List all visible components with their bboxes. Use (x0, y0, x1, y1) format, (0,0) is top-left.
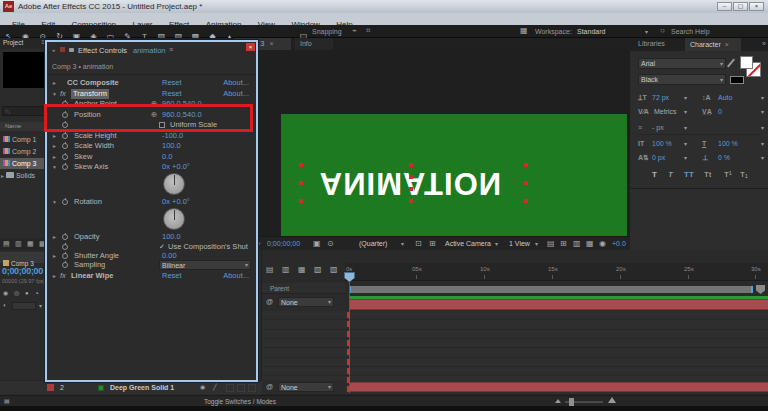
stroke-style-caret-icon[interactable]: ▾ (761, 124, 764, 131)
parent-select-layer1[interactable]: None▾ (278, 297, 334, 307)
expand-arrow-icon[interactable]: ► (52, 78, 57, 88)
caret-icon[interactable]: ▾ (684, 108, 687, 115)
transparency-grid-icon[interactable]: ⊞ (429, 240, 436, 248)
more-panels-icon[interactable]: » (762, 40, 766, 47)
roi-icon[interactable]: ⊡ (415, 240, 422, 248)
reset-link[interactable]: Reset (162, 78, 182, 88)
work-area-bar[interactable] (349, 286, 753, 293)
selection-handle[interactable] (299, 199, 303, 203)
snap-option-icon[interactable]: ⌁ (352, 27, 357, 35)
selection-handle[interactable] (409, 199, 413, 203)
property-row-skew-axis[interactable]: ▼ Skew Axis 0x +0.0° (47, 162, 256, 172)
reset-link[interactable]: Reset (162, 89, 182, 99)
all-caps-button-active[interactable]: TT (684, 170, 694, 179)
workspace-caret-icon[interactable]: ▾ (645, 28, 648, 35)
font-family-select[interactable]: Arial▾ (638, 58, 726, 69)
selection-handle[interactable] (524, 199, 528, 203)
lock-icon[interactable]: ▪ (36, 290, 38, 296)
tsume-value[interactable]: 0 % (718, 154, 730, 161)
project-item-solids[interactable]: ►Solids (0, 170, 47, 181)
selection-handle[interactable] (524, 163, 528, 167)
motion-blur-icon[interactable]: ▨ (330, 266, 338, 274)
project-item-comp2[interactable]: Comp 2 (0, 146, 47, 157)
skew-axis-dial[interactable] (163, 173, 185, 195)
caret-icon[interactable]: ▾ (761, 94, 764, 101)
effect-row-cc-composite[interactable]: ► CC Composite Reset About... (47, 78, 256, 88)
viewer-timecode[interactable]: 0;00;00;00 (267, 240, 300, 247)
superscript-button[interactable]: T¹ (724, 170, 732, 179)
about-link[interactable]: About... (223, 271, 249, 281)
font-size-value[interactable]: 72 px (652, 94, 669, 101)
stopwatch-icon[interactable] (62, 143, 68, 149)
caret-icon[interactable]: ▾ (684, 140, 687, 147)
tab-libraries[interactable]: Libraries (638, 40, 665, 47)
time-ruler[interactable]: 0s 05s 10s 15s 20s 25s 30s (345, 263, 768, 281)
switch-box[interactable] (248, 384, 256, 392)
new-folder-icon[interactable]: ▥ (15, 240, 22, 247)
caret-icon[interactable]: ▾ (761, 154, 764, 161)
project-name-header[interactable]: Name (5, 123, 21, 129)
frame-blend-icon[interactable]: ▧ (314, 266, 322, 274)
switch-box[interactable] (237, 384, 245, 392)
tab-character[interactable]: Character × (685, 38, 741, 51)
expand-layers-icon[interactable]: ▤ (4, 398, 10, 404)
project-item-comp3-selected[interactable]: Comp 3 (0, 158, 47, 169)
collapse-arrow-icon[interactable]: ▼ (52, 89, 57, 99)
small-caps-button[interactable]: Tt (704, 170, 711, 179)
timeline-timecode[interactable]: 0;00;00;00 (2, 266, 43, 276)
hide-shy-icon[interactable]: ▦ (298, 266, 306, 274)
search-help[interactable]: Search Help (671, 28, 710, 35)
parent-select-layer2[interactable]: None▾ (278, 382, 334, 392)
interpret-footage-icon[interactable]: ▤ (3, 240, 10, 247)
faux-bold-button[interactable]: T (652, 170, 657, 179)
property-row-rotation[interactable]: ▼ Rotation 0x +0.0° (47, 197, 256, 207)
property-row-scale-height[interactable]: ► Scale Height -100.0 (47, 131, 256, 141)
view-layout-select[interactable]: 1 View (509, 240, 530, 247)
anchor-point-handle[interactable] (409, 187, 413, 191)
tracking-value[interactable]: 0 (718, 108, 722, 115)
exposure-reset-icon[interactable]: ◉ (599, 240, 606, 248)
stopwatch-icon[interactable] (62, 154, 68, 160)
eyedropper-icon[interactable] (727, 59, 735, 68)
stopwatch-icon[interactable] (62, 244, 68, 250)
panel-menu-icon[interactable]: ≡ (169, 46, 173, 53)
caret-icon[interactable]: ▾ (684, 124, 687, 131)
panel-collapse-icon[interactable]: ◂ (52, 47, 55, 53)
selection-handle[interactable] (524, 181, 528, 185)
selection-handle[interactable] (299, 181, 303, 185)
caret-icon[interactable]: ▾ (761, 140, 764, 147)
magnification-select[interactable]: (Quarter) (359, 240, 387, 247)
about-link[interactable]: About... (223, 89, 249, 99)
stopwatch-icon[interactable] (62, 133, 68, 139)
composition-mini-icon[interactable]: ◐ (3, 302, 7, 308)
tab-close-icon[interactable]: × (269, 40, 273, 47)
layer2-duration-bar[interactable] (349, 382, 768, 392)
tab-close-icon[interactable]: × (725, 41, 729, 48)
zoom-out-mountain-icon[interactable] (555, 399, 561, 403)
collapse-arrow-icon[interactable]: ▼ (52, 162, 57, 172)
property-row-sampling[interactable]: Sampling Bilinear ▾ (47, 260, 256, 270)
baseline-shift-value[interactable]: 0 px (652, 154, 665, 161)
collapse-arrow-icon[interactable]: ▼ (52, 197, 57, 207)
parent-pickwhip-icon[interactable]: @ (266, 383, 273, 390)
stopwatch-icon[interactable] (62, 253, 68, 259)
close-button[interactable]: × (749, 2, 764, 11)
zoom-in-mountain-icon[interactable] (608, 397, 616, 403)
stopwatch-icon[interactable] (62, 234, 68, 240)
magnification-caret-icon[interactable]: ▾ (401, 240, 404, 247)
reset-link[interactable]: Reset (162, 271, 182, 281)
audio-icon[interactable]: ◎ (14, 290, 19, 296)
rotation-dial[interactable] (163, 208, 185, 230)
expand-arrow-icon[interactable]: ► (52, 271, 57, 281)
fill-swatch[interactable] (740, 56, 753, 69)
kerning-value[interactable]: Metrics (654, 108, 677, 115)
show-snapshot-icon[interactable]: ⊙ (327, 240, 334, 248)
parent-pickwhip-icon[interactable]: @ (266, 298, 273, 305)
project-search-input[interactable]: ○, (2, 106, 45, 116)
restore-button[interactable]: ▢ (733, 2, 748, 11)
toggle-switches-button[interactable]: Toggle Switches / Modes (204, 398, 276, 405)
tab-info[interactable]: Info (295, 38, 333, 50)
project-item-comp1[interactable]: Comp 1 (0, 134, 47, 145)
about-link[interactable]: About... (223, 78, 249, 88)
selection-handle[interactable] (299, 163, 303, 167)
